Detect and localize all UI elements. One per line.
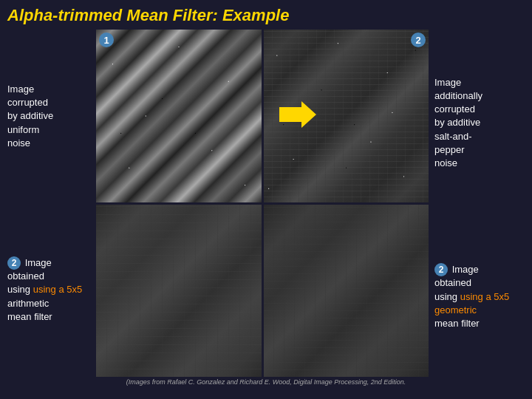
- footer-citation: (Images from Rafael C. Gonzalez and Rich…: [7, 378, 525, 386]
- badge-2-geometric: 2: [434, 263, 448, 276]
- image-grid: 1 2: [96, 30, 429, 377]
- page-title: Alpha-trimmed Mean Filter: Example: [7, 6, 525, 25]
- label-geometric-filter: 2 Image obtained using using a 5x5 geome…: [434, 263, 525, 330]
- image-geometric-filtered: [264, 205, 429, 378]
- image-arithmetic-filtered: [96, 205, 262, 378]
- badge-2-arithmetic: 2: [7, 256, 21, 270]
- svg-marker-0: [279, 101, 316, 128]
- label-corrupted-saltpepper: Image additionally corrupted by additive…: [434, 76, 525, 170]
- label-corrupted-uniform: Image corrupted by additive uniform nois…: [7, 80, 92, 153]
- right-arrow-icon: [279, 101, 316, 128]
- pcb-arithmetic-filtered-img: [96, 205, 262, 378]
- right-labels: Image additionally corrupted by additive…: [429, 30, 525, 377]
- badge-number-1: 1: [99, 33, 114, 47]
- badge-number-2-top: 2: [411, 33, 426, 47]
- pcb-geometric-filtered-img: [264, 205, 429, 378]
- arrow-right-overlay: [279, 101, 316, 131]
- pcb-uniform-noise-img: [96, 30, 262, 202]
- image-salt-pepper-noise: 2: [264, 30, 429, 202]
- label-arithmetic-filter: 2 Image obtained using using a 5x5 arith…: [7, 253, 92, 327]
- image-uniform-noise: 1: [96, 30, 262, 202]
- page: Alpha-trimmed Mean Filter: Example Image…: [0, 0, 532, 399]
- left-labels: Image corrupted by additive uniform nois…: [7, 30, 96, 377]
